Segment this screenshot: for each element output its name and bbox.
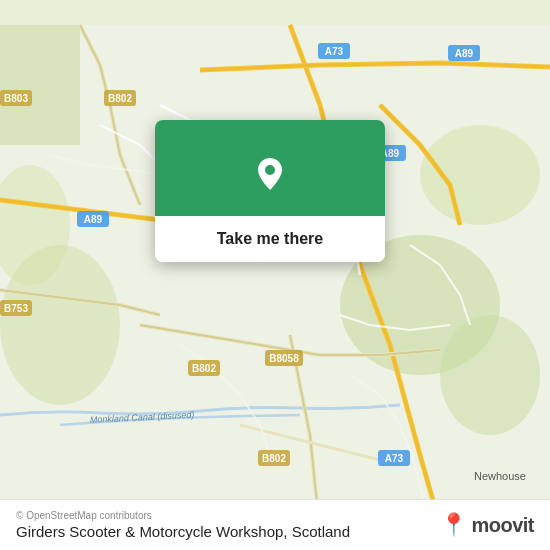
map-container: A73 A89 B802 B803 A89 A89 B753 B802 B805… [0, 0, 550, 550]
svg-text:B802: B802 [108, 93, 132, 104]
moovit-pin-icon: 📍 [440, 514, 467, 536]
popup-card: Take me there [155, 120, 385, 262]
moovit-logo: 📍 moovit [440, 514, 534, 537]
svg-text:Newhouse: Newhouse [474, 470, 526, 482]
svg-point-6 [440, 315, 540, 435]
take-me-there-button[interactable]: Take me there [155, 216, 385, 262]
svg-text:B802: B802 [262, 453, 286, 464]
location-pin-icon [246, 148, 294, 196]
svg-text:B753: B753 [4, 303, 28, 314]
svg-point-32 [265, 165, 275, 175]
svg-text:A89: A89 [455, 48, 474, 59]
copyright-text: © OpenStreetMap contributors [16, 510, 350, 521]
bottom-left-section: © OpenStreetMap contributors Girders Sco… [16, 510, 350, 540]
moovit-brand-text: moovit [471, 514, 534, 537]
svg-text:B802: B802 [192, 363, 216, 374]
svg-text:A73: A73 [385, 453, 404, 464]
svg-point-4 [420, 125, 540, 225]
svg-text:B8058: B8058 [269, 353, 299, 364]
svg-text:A89: A89 [84, 214, 103, 225]
bottom-bar: © OpenStreetMap contributors Girders Sco… [0, 499, 550, 550]
popup-header [155, 120, 385, 216]
map-background: A73 A89 B802 B803 A89 A89 B753 B802 B805… [0, 0, 550, 550]
svg-text:B803: B803 [4, 93, 28, 104]
svg-rect-3 [0, 25, 80, 145]
place-name: Girders Scooter & Motorcycle Workshop, S… [16, 523, 350, 540]
svg-text:A73: A73 [325, 46, 344, 57]
